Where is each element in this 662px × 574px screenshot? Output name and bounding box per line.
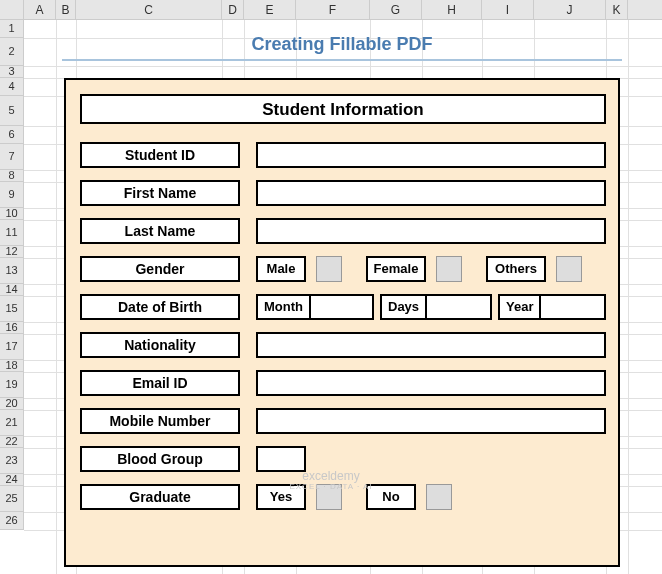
row-first-name: First Name — [80, 180, 606, 206]
row-header-5[interactable]: 5 — [0, 96, 23, 126]
page-title: Creating Fillable PDF — [62, 34, 622, 61]
label-gender: Gender — [80, 256, 240, 282]
label-nationality: Nationality — [80, 332, 240, 358]
gender-female-label: Female — [366, 256, 426, 282]
row-email: Email ID — [80, 370, 606, 396]
row-header-14[interactable]: 14 — [0, 284, 23, 296]
col-header-e[interactable]: E — [244, 0, 296, 19]
row-header-13[interactable]: 13 — [0, 258, 23, 284]
graduate-yes-label: Yes — [256, 484, 306, 510]
label-graduate: Graduate — [80, 484, 240, 510]
grid-area[interactable]: Creating Fillable PDF Student Informatio… — [24, 20, 662, 574]
row-header-2[interactable]: 2 — [0, 38, 23, 66]
row-header-19[interactable]: 19 — [0, 372, 23, 398]
input-nationality[interactable] — [256, 332, 606, 358]
col-header-d[interactable]: D — [222, 0, 244, 19]
row-header-1[interactable]: 1 — [0, 20, 23, 38]
label-first-name: First Name — [80, 180, 240, 206]
gender-female-checkbox[interactable] — [436, 256, 462, 282]
graduate-no-label: No — [366, 484, 416, 510]
label-email: Email ID — [80, 370, 240, 396]
label-last-name: Last Name — [80, 218, 240, 244]
col-header-f[interactable]: F — [296, 0, 370, 19]
form-container: Student Information Student ID First Nam… — [64, 78, 620, 567]
row-mobile: Mobile Number — [80, 408, 606, 434]
col-header-a[interactable]: A — [24, 0, 56, 19]
label-dob: Date of Birth — [80, 294, 240, 320]
row-headers: 1234567891011121314151617181920212223242… — [0, 20, 24, 530]
input-last-name[interactable] — [256, 218, 606, 244]
spreadsheet: A B C D E F G H I J K 123456789101112131… — [0, 0, 662, 574]
row-header-9[interactable]: 9 — [0, 182, 23, 208]
row-header-23[interactable]: 23 — [0, 448, 23, 474]
row-gender: Gender Male Female Others — [80, 256, 606, 282]
row-header-11[interactable]: 11 — [0, 220, 23, 246]
row-header-26[interactable]: 26 — [0, 512, 23, 530]
row-header-24[interactable]: 24 — [0, 474, 23, 486]
graduate-yes-checkbox[interactable] — [316, 484, 342, 510]
input-mobile[interactable] — [256, 408, 606, 434]
row-graduate: Graduate Yes No — [80, 484, 606, 510]
row-header-22[interactable]: 22 — [0, 436, 23, 448]
gender-male-checkbox[interactable] — [316, 256, 342, 282]
input-blood[interactable] — [256, 446, 306, 472]
graduate-no-checkbox[interactable] — [426, 484, 452, 510]
row-header-12[interactable]: 12 — [0, 246, 23, 258]
row-dob: Date of Birth Month Days Year — [80, 294, 606, 320]
col-header-j[interactable]: J — [534, 0, 606, 19]
row-header-4[interactable]: 4 — [0, 78, 23, 96]
dob-year[interactable]: Year — [498, 294, 606, 320]
section-header: Student Information — [80, 94, 606, 124]
select-all-corner[interactable] — [0, 0, 24, 19]
row-header-21[interactable]: 21 — [0, 410, 23, 436]
col-header-i[interactable]: I — [482, 0, 534, 19]
column-headers: A B C D E F G H I J K — [0, 0, 662, 20]
row-header-18[interactable]: 18 — [0, 360, 23, 372]
label-mobile: Mobile Number — [80, 408, 240, 434]
gender-male-label: Male — [256, 256, 306, 282]
label-student-id: Student ID — [80, 142, 240, 168]
row-nationality: Nationality — [80, 332, 606, 358]
col-header-h[interactable]: H — [422, 0, 482, 19]
dob-month[interactable]: Month — [256, 294, 374, 320]
row-header-16[interactable]: 16 — [0, 322, 23, 334]
row-header-10[interactable]: 10 — [0, 208, 23, 220]
row-header-17[interactable]: 17 — [0, 334, 23, 360]
input-email[interactable] — [256, 370, 606, 396]
input-student-id[interactable] — [256, 142, 606, 168]
row-header-15[interactable]: 15 — [0, 296, 23, 322]
row-student-id: Student ID — [80, 142, 606, 168]
gender-others-label: Others — [486, 256, 546, 282]
col-header-c[interactable]: C — [76, 0, 222, 19]
label-blood: Blood Group — [80, 446, 240, 472]
col-header-b[interactable]: B — [56, 0, 76, 19]
col-header-g[interactable]: G — [370, 0, 422, 19]
row-blood: Blood Group — [80, 446, 606, 472]
row-header-6[interactable]: 6 — [0, 126, 23, 144]
row-header-8[interactable]: 8 — [0, 170, 23, 182]
row-header-20[interactable]: 20 — [0, 398, 23, 410]
input-first-name[interactable] — [256, 180, 606, 206]
dob-days[interactable]: Days — [380, 294, 492, 320]
row-header-25[interactable]: 25 — [0, 486, 23, 512]
col-header-k[interactable]: K — [606, 0, 628, 19]
row-header-7[interactable]: 7 — [0, 144, 23, 170]
gender-others-checkbox[interactable] — [556, 256, 582, 282]
row-header-3[interactable]: 3 — [0, 66, 23, 78]
row-last-name: Last Name — [80, 218, 606, 244]
